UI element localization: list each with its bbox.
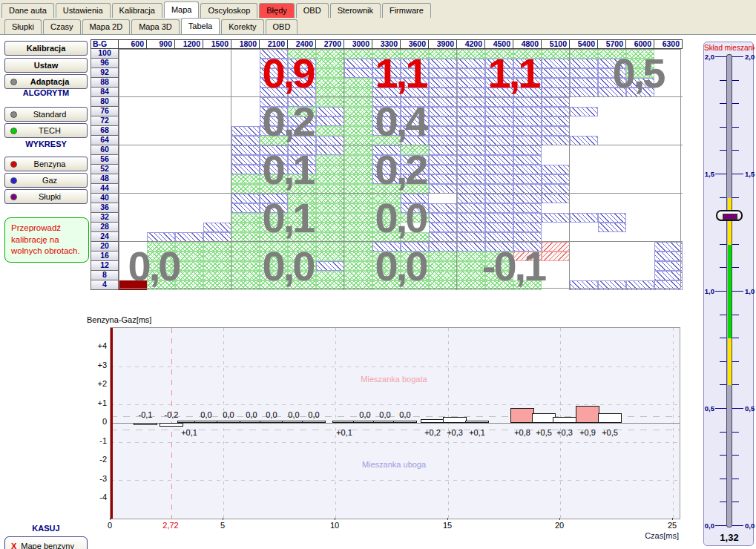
map-cell[interactable]: [119, 145, 147, 155]
map-cell[interactable]: [372, 165, 401, 174]
map-cell[interactable]: [570, 116, 598, 126]
map-cell[interactable]: [626, 49, 654, 59]
map-cell[interactable]: [626, 126, 654, 136]
gauge-thumb[interactable]: [716, 210, 743, 221]
map-cell[interactable]: [570, 242, 598, 252]
map-cell[interactable]: [316, 59, 344, 68]
map-cell[interactable]: [203, 68, 231, 78]
map-cell[interactable]: [485, 174, 513, 184]
map-cell[interactable]: [175, 107, 203, 116]
map-cell[interactable]: [626, 223, 654, 232]
sub-tab-słupki[interactable]: Słupki: [4, 19, 42, 34]
map-cell[interactable]: [344, 174, 372, 184]
map-cell[interactable]: [654, 213, 683, 223]
map-cell[interactable]: [457, 68, 485, 78]
map-cell[interactable]: [119, 252, 147, 261]
map-cell[interactable]: [203, 280, 231, 290]
map-cell[interactable]: [175, 213, 203, 223]
map-cell[interactable]: [654, 194, 683, 203]
map-cell[interactable]: [626, 261, 654, 271]
map-cell[interactable]: [598, 252, 626, 261]
map-cell[interactable]: [231, 213, 260, 223]
map-cell[interactable]: [513, 261, 542, 271]
map-cell[interactable]: [147, 252, 175, 261]
map-cell[interactable]: [147, 68, 175, 78]
map-cell[interactable]: [372, 78, 401, 88]
main-tab-firmware[interactable]: Firmware: [382, 3, 431, 18]
map-cell[interactable]: [344, 126, 372, 136]
map-cell[interactable]: [288, 194, 316, 203]
map-cell[interactable]: [542, 116, 570, 126]
map-cell[interactable]: [175, 78, 203, 88]
map-cell[interactable]: [147, 78, 175, 88]
map-cell[interactable]: [147, 116, 175, 126]
map-cell[interactable]: [344, 145, 372, 155]
map-cell[interactable]: [513, 213, 542, 223]
map-cell[interactable]: [203, 107, 231, 116]
map-cell[interactable]: [457, 223, 485, 232]
map-cell[interactable]: [401, 280, 429, 290]
map-cell[interactable]: [231, 280, 260, 290]
map-cell[interactable]: [203, 174, 231, 184]
map-cell[interactable]: [401, 223, 429, 232]
map-cell[interactable]: [372, 223, 401, 232]
map-cell[interactable]: [175, 280, 203, 290]
map-cell[interactable]: [147, 261, 175, 271]
map-cell[interactable]: [598, 223, 626, 232]
map-cell[interactable]: [203, 194, 231, 203]
map-cell[interactable]: [654, 280, 683, 290]
map-cell[interactable]: [260, 203, 288, 213]
map-cell[interactable]: [372, 145, 401, 155]
map-cell[interactable]: [147, 165, 175, 174]
map-cell[interactable]: [457, 49, 485, 59]
map-cell[interactable]: [316, 155, 344, 165]
map-cell[interactable]: [598, 155, 626, 165]
map-cell[interactable]: [203, 213, 231, 223]
map-cell[interactable]: [260, 174, 288, 184]
map-cell[interactable]: [485, 203, 513, 213]
map-cell[interactable]: [372, 252, 401, 261]
map-cell[interactable]: [288, 242, 316, 252]
map-cell[interactable]: [457, 97, 485, 107]
map-cell[interactable]: [542, 107, 570, 116]
sidebar-button-standard[interactable]: Standard: [4, 107, 88, 122]
map-cell[interactable]: [513, 59, 542, 68]
map-cell[interactable]: [513, 252, 542, 261]
sidebar-button-adaptacja[interactable]: Adaptacja: [4, 74, 88, 89]
map-cell[interactable]: [570, 194, 598, 203]
map-cell[interactable]: [231, 59, 260, 68]
map-cell[interactable]: [485, 155, 513, 165]
map-cell[interactable]: [231, 116, 260, 126]
sidebar-button-słupki[interactable]: Słupki: [4, 189, 88, 204]
map-cell[interactable]: [542, 126, 570, 136]
map-cell[interactable]: [401, 78, 429, 88]
map-cell[interactable]: [372, 194, 401, 203]
map-cell[interactable]: [485, 126, 513, 136]
main-tab-sterownik[interactable]: Sterownik: [330, 3, 381, 18]
map-cell[interactable]: [429, 59, 457, 68]
map-cell[interactable]: [401, 194, 429, 203]
map-cell[interactable]: [457, 242, 485, 252]
map-cell[interactable]: [288, 116, 316, 126]
map-cell[interactable]: [513, 145, 542, 155]
map-cell[interactable]: [372, 68, 401, 78]
map-cell[interactable]: [542, 145, 570, 155]
map-cell[interactable]: [485, 49, 513, 59]
map-cell[interactable]: [175, 145, 203, 155]
map-cell[interactable]: [260, 194, 288, 203]
map-cell[interactable]: [147, 174, 175, 184]
map-cell[interactable]: [231, 242, 260, 252]
sub-tab-tabela[interactable]: Tabela: [181, 18, 220, 34]
map-cell[interactable]: [203, 49, 231, 59]
map-cell[interactable]: [119, 271, 147, 280]
map-cell[interactable]: [598, 68, 626, 78]
main-tab-obd[interactable]: OBD: [296, 3, 329, 18]
map-cell[interactable]: [626, 59, 654, 68]
map-cell[interactable]: [260, 271, 288, 280]
map-cell[interactable]: [570, 203, 598, 213]
map-cell[interactable]: [119, 213, 147, 223]
map-cell[interactable]: [203, 203, 231, 213]
map-cell[interactable]: [260, 165, 288, 174]
map-cell[interactable]: [316, 107, 344, 116]
map-cell[interactable]: [344, 280, 372, 290]
